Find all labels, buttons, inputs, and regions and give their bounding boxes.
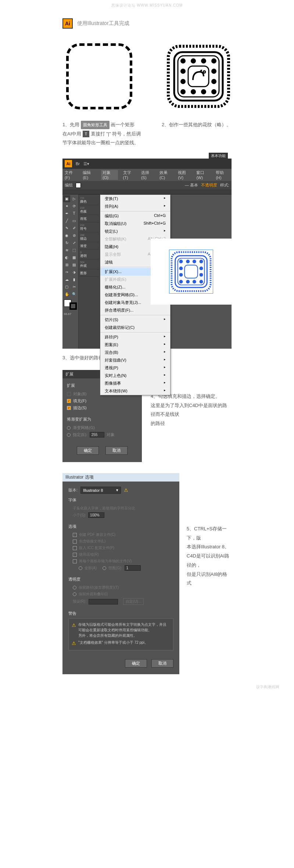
menu-window[interactable]: 窗口(W) [196,170,211,180]
perspective-tool[interactable]: ▦ [71,254,78,261]
gradient-tool[interactable]: ▤ [71,261,78,268]
zoom-tool[interactable]: 🔍 [71,291,78,298]
menu-select[interactable]: 选择(S) [141,170,154,180]
menu-item[interactable]: 锁定(L) [100,228,170,235]
menu-item[interactable]: 排列(A) [100,203,170,210]
checkbox-fill[interactable]: ✓ [67,399,71,403]
menu-item[interactable]: 图像描摹 [100,379,170,387]
bridge-icon[interactable]: Br [76,161,80,166]
panel-tab[interactable]: 216符号 [79,223,99,232]
menu-item[interactable]: 拼合透明度(F)... [100,306,170,314]
menu-item[interactable]: 取消编组(U)Shift+Ctrl+G [100,220,170,228]
pencil-tool[interactable]: ✐ [71,225,78,232]
menu-object[interactable]: 对象(O) [101,170,118,180]
menu-item[interactable]: 文本绕排(W) [100,387,170,395]
menu-item[interactable]: 透视(P) [100,364,170,372]
type-tool-icon: T [83,131,89,137]
menu-effect[interactable]: 效果(C) [159,170,173,180]
panel-tab[interactable]: 504外观 [79,260,99,269]
eraser-tool[interactable]: ⊘ [71,232,78,239]
brush-tool[interactable]: ✎ [63,225,70,232]
page-title: 使用Illustrator工具完成 [77,20,129,27]
radio-all [79,566,82,570]
menu-help[interactable]: 帮助(H) [216,170,229,180]
step-1-text: 1、先用 圆角矩形工具 画一个矩形 在AI中用 T 直接打 "|" 符号，然后调… [62,120,147,148]
scale-tool[interactable]: ⤢ [71,239,78,246]
rotate-tool[interactable]: ↻ [63,239,70,246]
canvas[interactable]: 变换(T)排列(A)编组(G)Ctrl+G取消编组(U)Shift+Ctrl+G… [100,195,232,349]
menu-edit[interactable]: 编辑(E) [83,170,96,180]
line-tool[interactable]: ╱ [63,217,70,224]
menu-item[interactable]: 变换(T) [100,195,170,203]
artboard-tool[interactable]: ▢ [63,283,70,290]
fill-swatch[interactable] [76,183,81,188]
symbol-tool[interactable]: ☁ [63,276,70,283]
blob-tool[interactable]: ◉ [63,232,70,239]
eyedropper-tool[interactable]: ✑ [63,269,70,276]
panel-tab[interactable]: 721颜色 [79,196,99,205]
menu-type[interactable]: 文字(T) [123,170,136,180]
direct-select-tool[interactable]: ▷ [71,195,78,202]
warning-box: ⚠存储为旧版格式可能会将所有文字转换为点文字，并且可能会在重新读取文档时停用某些… [68,618,173,650]
cb-compress: ✓ [73,553,77,557]
menu-file[interactable]: 文件(F) [65,170,78,180]
width-tool[interactable]: ≋ [63,247,70,254]
slice-tool[interactable]: ✂ [71,283,78,290]
svg-point-12 [211,79,216,84]
menu-item[interactable]: 创建裁切标记(C) [100,324,170,331]
header: Ai 使用Illustrator工具完成 [62,18,232,29]
menu-view[interactable]: 视图(V) [178,170,191,180]
panel-tab[interactable]: 渐变 [79,243,99,250]
free-transform-tool[interactable]: ⬚ [71,247,78,254]
rect-tool[interactable]: ▭ [71,217,78,224]
hand-tool[interactable]: ✋ [63,291,70,298]
type-tool[interactable]: T [71,210,78,217]
lasso-tool[interactable]: ⟳ [71,203,78,210]
svg-point-10 [211,69,216,74]
menu-item[interactable]: 切片(S) [100,316,170,324]
menu-item[interactable]: 图案(E) [100,341,170,349]
checkbox-stroke[interactable]: ✓ [67,406,71,410]
layout-icon[interactable]: ☰▾ [83,161,89,166]
svg-point-27 [179,273,183,277]
ok-button[interactable]: 确定 [77,446,99,455]
svg-point-11 [180,79,186,84]
group-label: 编组 [65,182,73,188]
control-bar: 编组 — 基本 不透明度 样式: [62,181,232,189]
opacity-label[interactable]: 不透明度 [201,182,217,188]
cb-artboard [73,559,77,563]
pen-tool[interactable]: ✒ [63,210,70,217]
blend-tool[interactable]: ⬗ [71,269,78,276]
version-select[interactable]: Illustrator 8▾ [80,487,121,494]
cancel-button-2[interactable]: 取消 [151,659,173,668]
menu-item[interactable]: 封套扭曲(V) [100,356,170,364]
shape-builder-tool[interactable]: ◐ [63,254,70,261]
magic-wand-tool[interactable]: ✦ [63,203,70,210]
panel-dock: 721颜色219色板画笔216符号288描边渐变0透明504外观图形 [79,195,100,349]
panel-tab[interactable]: 图形 [79,270,99,277]
watermark-bottom: 设字典|教程网 [0,682,294,693]
menu-item[interactable]: 路径(P) [100,333,170,341]
menu-item[interactable]: 编组(G)Ctrl+G [100,212,170,220]
menu-item[interactable]: 实时上色(N) [100,372,170,379]
mesh-tool[interactable]: ⊞ [63,261,70,268]
svg-point-15 [201,89,206,94]
svg-point-26 [200,266,203,270]
panel-tab[interactable]: 画笔 [79,216,99,222]
radio-preserve-appearance [73,592,76,596]
panel-tab[interactable]: 219色板 [79,206,99,215]
menu-item[interactable]: 混合(B) [100,349,170,356]
selection-tool[interactable]: ▣ [63,195,70,202]
radio-range [103,566,106,570]
panel-tab[interactable]: 0透明 [79,250,99,259]
fill-stroke-box[interactable] [64,299,77,310]
options-section: 选项 [68,524,173,529]
cancel-button[interactable]: 取消 [105,446,128,455]
ok-button-2[interactable]: 确定 [125,659,147,668]
range-input [125,565,141,571]
stroke-style[interactable]: — 基本 [185,182,198,188]
panel-tab[interactable]: 288描边 [79,233,99,242]
step-2-text: 2、创作一些其他的花纹（略）。 [162,120,235,130]
font-percent-input [88,512,104,518]
graph-tool[interactable]: ▮ [71,276,78,283]
